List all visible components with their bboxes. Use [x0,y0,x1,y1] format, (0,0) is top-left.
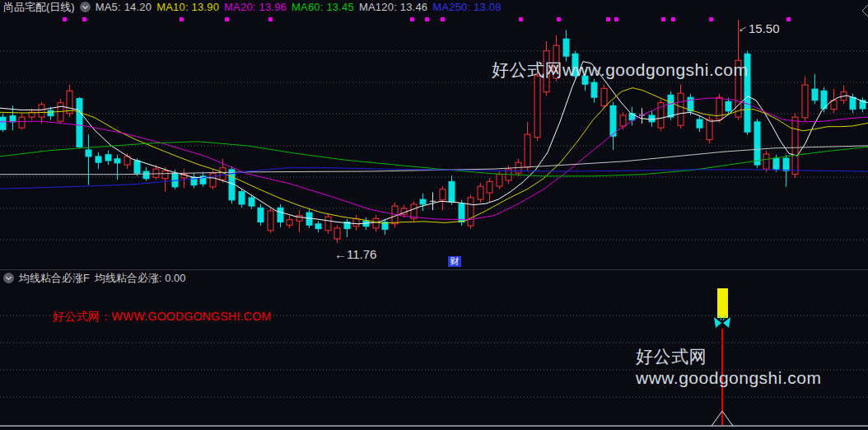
signal-bar [717,288,728,318]
promo-text: 好公式网：WWW.GOODGONGSHI.COM [53,310,271,325]
candles-layer [0,20,866,243]
indicator-value: 均线粘合必涨: 0.00 [95,271,186,286]
ma-line-MA250 [0,168,868,189]
stock-title: 尚品宅配(日线) [3,0,75,15]
chevron-down-icon[interactable] [80,2,91,12]
ma120-label: MA120: 13.46 [359,1,427,13]
ma10-label: MA10: 13.90 [156,1,219,13]
signal-dots-layer [63,17,791,21]
stock-chart-window: 尚品宅配(日线) MA5: 14.20 MA10: 13.90 MA20: 13… [0,0,868,430]
indicator-header: 均线粘合必涨F 均线粘合必涨: 0.00 [0,271,868,285]
watermark-main: 好公式网www.goodgongshi.com [492,58,748,82]
main-chart-header: 尚品宅配(日线) MA5: 14.20 MA10: 13.90 MA20: 13… [0,0,868,14]
high-price-annotation: ←15.50 [736,21,780,35]
chevron-down-icon[interactable] [3,273,14,283]
indicator-name: 均线粘合必涨F [19,271,90,286]
ma60-label: MA60: 13.45 [292,1,354,13]
low-price-annotation: ←11.76 [334,247,376,261]
watermark-sub: 好公式网www.goodgongshi.com [636,345,868,388]
event-badge-cai[interactable]: 财 [448,256,461,267]
ma20-label: MA20: 13.96 [224,1,287,13]
ma5-label: MA5: 14.20 [96,1,152,13]
ma250-label: MA250: 13.08 [432,1,501,13]
